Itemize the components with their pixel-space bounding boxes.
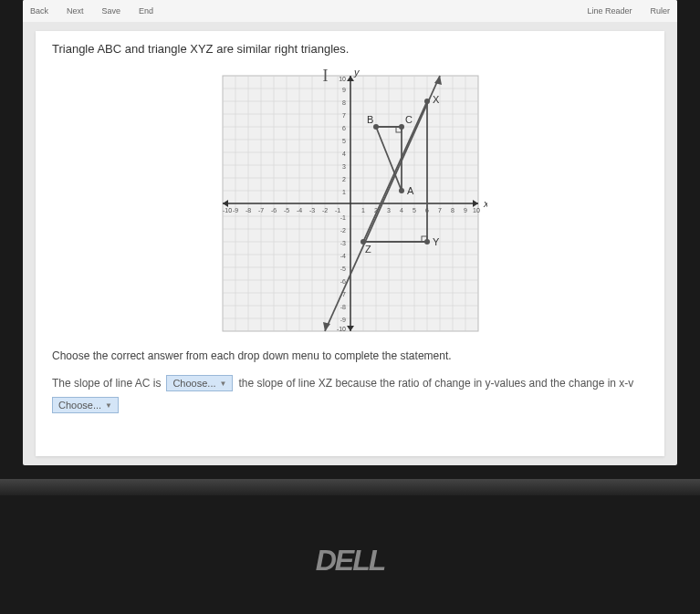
answer-part1: The slope of line AC is	[52, 377, 161, 390]
tick-8x: 8	[451, 207, 454, 213]
tick-10x: 10	[473, 207, 480, 213]
coordinate-graph: I	[214, 67, 487, 340]
question-text: Triangle ABC and triangle XYZ are simila…	[52, 42, 648, 56]
point-c	[399, 124, 404, 130]
ruler-button[interactable]: Ruler	[650, 6, 670, 16]
tick-n4x: -4	[296, 207, 301, 213]
toolbar-right: Line Reader Ruler	[587, 6, 670, 16]
tick-n6y: -6	[340, 278, 345, 285]
tick-n2x: -2	[321, 207, 327, 213]
tick-n9x: -9	[232, 207, 237, 213]
dropdown-1-label: Choose...	[172, 378, 215, 389]
tick-3y: 3	[342, 163, 346, 170]
line-reader-button[interactable]: Line Reader	[587, 6, 632, 16]
tick-1y: 1	[342, 189, 346, 195]
tick-n9y: -9	[340, 317, 345, 323]
dell-logo: DELL	[316, 544, 385, 578]
label-x: X	[433, 94, 440, 105]
answer-part2: the slope of line XZ because the ratio o…	[238, 377, 633, 390]
point-b	[373, 124, 379, 130]
tick-4x: 4	[400, 207, 403, 213]
tick-n1y: -1	[340, 214, 345, 221]
toolbar-left: Back Next Save End	[30, 6, 153, 16]
laptop-frame: Back Next Save End Line Reader Ruler Tri…	[0, 0, 700, 614]
x-label: x	[483, 198, 487, 209]
label-y: Y	[433, 236, 440, 247]
tick-5x: 5	[413, 207, 416, 213]
tick-6y: 6	[342, 125, 346, 131]
label-c: C	[405, 114, 413, 125]
tick-1x: 1	[361, 207, 365, 213]
tick-3x: 3	[387, 207, 391, 213]
laptop-hinge	[0, 479, 700, 495]
tick-9y: 9	[342, 87, 346, 93]
next-button[interactable]: Next	[67, 6, 84, 16]
dropdown-2[interactable]: Choose... ▼	[52, 397, 119, 413]
dropdown-1[interactable]: Choose... ▼	[166, 375, 233, 391]
tick-n7x: -7	[257, 207, 263, 213]
tick-8y: 8	[342, 99, 346, 106]
tick-7y: 7	[342, 112, 346, 119]
tick-9x: 9	[464, 207, 467, 213]
tick-n10x: -10	[222, 207, 231, 213]
tick-7x: 7	[438, 207, 442, 213]
back-button[interactable]: Back	[30, 6, 48, 16]
tick-n1x: -1	[334, 207, 340, 213]
content-area: Triangle ABC and triangle XYZ are simila…	[36, 31, 664, 456]
tick-2y: 2	[342, 176, 346, 182]
tick-10y: 10	[339, 76, 346, 82]
toolbar: Back Next Save End Line Reader Ruler	[23, 0, 677, 22]
chevron-down-icon: ▼	[220, 380, 227, 388]
point-x	[424, 99, 430, 104]
answer-line: The slope of line AC is Choose... ▼ the …	[52, 375, 648, 391]
screen: Back Next Save End Line Reader Ruler Tri…	[23, 0, 677, 465]
label-a: A	[407, 185, 414, 196]
point-y	[424, 239, 430, 245]
dropdown-2-label: Choose...	[58, 400, 101, 411]
tick-n4y: -4	[340, 253, 345, 259]
tick-n8x: -8	[245, 207, 250, 213]
tick-n5x: -5	[283, 207, 288, 213]
tick-n2y: -2	[340, 227, 345, 234]
label-z: Z	[365, 244, 371, 255]
point-a	[399, 188, 404, 193]
tick-n3x: -3	[308, 207, 314, 213]
tick-n10y: -10	[336, 326, 345, 332]
tick-4y: 4	[342, 151, 346, 157]
tick-n3y: -3	[340, 240, 345, 246]
graph-svg: x y -10 -9 -8 -7 -6 -5 -4 -3 -2 -1	[214, 67, 487, 340]
end-button[interactable]: End	[139, 6, 153, 16]
tick-n8y: -8	[340, 304, 345, 310]
annotation-mark: I	[323, 67, 329, 86]
graph-container: I	[52, 67, 648, 340]
tick-5y: 5	[342, 138, 346, 144]
tick-n5y: -5	[340, 265, 345, 272]
answer-line-2: Choose... ▼	[52, 397, 648, 413]
chevron-down-icon: ▼	[105, 401, 112, 410]
tick-n6x: -6	[270, 207, 276, 213]
label-b: B	[367, 114, 373, 125]
instruction-text: Choose the correct answer from each drop…	[52, 349, 648, 362]
save-button[interactable]: Save	[102, 6, 121, 16]
